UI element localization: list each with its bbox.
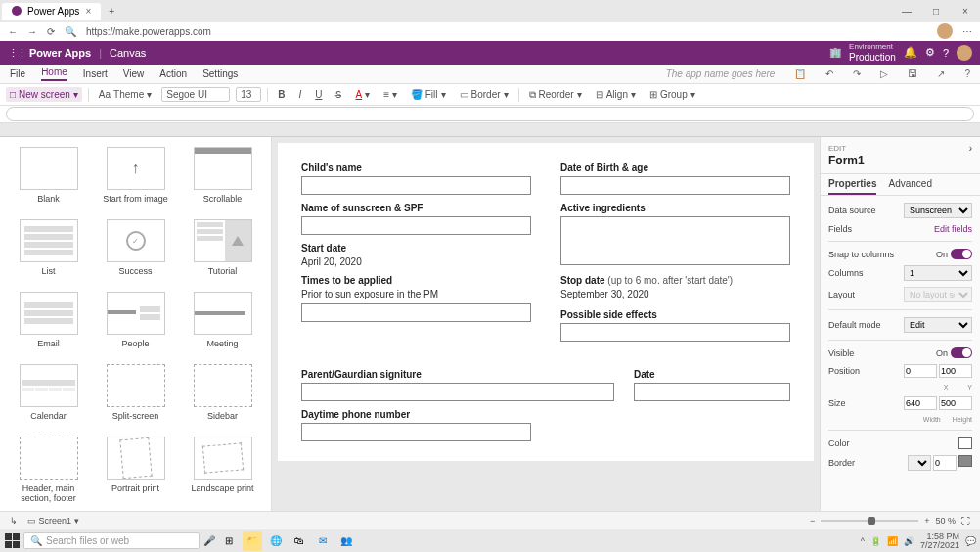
battery-icon[interactable]: 🔋 [870, 536, 881, 546]
form-canvas[interactable]: Child's name Date of Birth & age Name of… [278, 143, 814, 461]
back-icon[interactable]: ← [8, 26, 18, 37]
gallery-item-email[interactable]: Email [6, 288, 91, 358]
props-expand-icon[interactable]: › [969, 143, 972, 154]
redo-icon[interactable]: ↷ [853, 69, 861, 79]
gallery-item-tutorial[interactable]: Tutorial [180, 215, 265, 286]
browser-tab[interactable]: Power Apps × [2, 3, 101, 20]
input-sunscreen[interactable] [301, 216, 531, 235]
gallery-item-list[interactable]: List [6, 215, 91, 286]
minimize-button[interactable]: — [892, 6, 921, 17]
height-input[interactable] [939, 396, 972, 410]
menu-home[interactable]: Home [41, 67, 67, 81]
zoom-in-button[interactable]: + [924, 516, 929, 526]
fill-button[interactable]: 🪣 Fill ▾ [407, 87, 450, 102]
clock-date[interactable]: 7/27/2021 [920, 541, 959, 550]
app-name-field[interactable]: The app name goes here [666, 69, 776, 79]
settings-icon[interactable]: ⚙ [925, 46, 935, 59]
theme-button[interactable]: Aa Theme ▾ [95, 87, 156, 102]
align-text-button[interactable]: ≡ ▾ [379, 87, 401, 102]
mic-icon[interactable]: 🎤 [203, 535, 215, 546]
app-launcher-icon[interactable]: ⋮⋮⋮ [8, 47, 22, 60]
gallery-item-portrait[interactable]: Portrait print [93, 433, 178, 513]
task-view-icon[interactable]: ⊞ [219, 531, 239, 551]
width-input[interactable] [904, 396, 937, 410]
canvas-area[interactable]: Child's name Date of Birth & age Name of… [272, 137, 820, 519]
menu-settings[interactable]: Settings [202, 69, 238, 79]
notifications-icon[interactable]: 🔔 [904, 46, 917, 59]
input-ingredients[interactable] [560, 216, 790, 265]
close-button[interactable]: × [951, 6, 980, 17]
visible-toggle[interactable] [951, 347, 972, 358]
gallery-item-hmf[interactable]: Header, main section, footer [6, 433, 91, 513]
tree-icon[interactable]: ↳ [10, 516, 18, 526]
strike-button[interactable]: S̶ [332, 87, 345, 102]
zoom-slider[interactable] [821, 520, 918, 522]
font-color-button[interactable]: A ▾ [351, 87, 374, 102]
volume-icon[interactable]: 🔊 [904, 536, 914, 546]
user-avatar[interactable] [957, 45, 972, 61]
help-icon[interactable]: ? [943, 47, 949, 59]
explorer-icon[interactable]: 📁 [243, 531, 262, 551]
snap-toggle[interactable] [951, 249, 972, 259]
wifi-icon[interactable]: 📶 [887, 536, 898, 546]
new-tab-button[interactable]: + [109, 6, 114, 17]
reorder-button[interactable]: ⧉ Reorder ▾ [525, 87, 586, 103]
font-select[interactable]: Segoe UI [161, 87, 230, 102]
tab-close-icon[interactable]: × [85, 6, 91, 17]
teams-icon[interactable]: 👥 [336, 531, 356, 551]
prop-layout-select[interactable]: No layout selected [904, 287, 972, 302]
profile-avatar[interactable] [937, 23, 953, 39]
new-screen-button[interactable]: □ New screen ▾ [6, 87, 82, 102]
input-side-effects[interactable] [560, 323, 790, 342]
prop-data-source-select[interactable]: Sunscreen [904, 203, 972, 218]
bold-button[interactable]: B [274, 87, 289, 102]
screen-indicator[interactable]: ▭ Screen1 ▾ [27, 516, 79, 526]
edit-fields-link[interactable]: Edit fields [934, 224, 972, 234]
pos-x-input[interactable] [904, 364, 937, 378]
publish-icon[interactable]: ↗ [937, 69, 945, 79]
input-phone[interactable] [301, 423, 531, 441]
notifications-tray-icon[interactable]: 💬 [965, 536, 976, 546]
group-button[interactable]: ⊞ Group ▾ [646, 87, 699, 102]
gallery-item-arrow[interactable]: ↑Start from image [93, 143, 178, 213]
border-button[interactable]: ▭ Border ▾ [456, 87, 512, 102]
align-button[interactable]: ⊟ Align ▾ [592, 87, 640, 102]
refresh-icon[interactable]: ⟳ [47, 26, 55, 37]
zoom-out-button[interactable]: − [810, 516, 815, 526]
gallery-item-calendar[interactable]: Calendar [6, 360, 91, 431]
color-swatch[interactable] [958, 437, 972, 449]
store-icon[interactable]: 🛍 [290, 531, 309, 551]
italic-button[interactable]: I [294, 87, 305, 102]
tab-advanced[interactable]: Advanced [888, 174, 931, 195]
menu-action[interactable]: Action [159, 69, 187, 79]
gallery-item-split[interactable]: Split-screen [93, 360, 178, 431]
formula-bar[interactable] [6, 107, 974, 121]
border-width-input[interactable] [933, 455, 957, 471]
menu-view[interactable]: View [123, 69, 145, 79]
tab-properties[interactable]: Properties [828, 174, 876, 195]
menu-insert[interactable]: Insert [83, 69, 108, 79]
play-icon[interactable]: ▷ [880, 69, 888, 79]
pos-y-input[interactable] [939, 364, 972, 378]
gallery-item-scroll[interactable]: Scrollable [180, 143, 265, 213]
input-child-name[interactable] [301, 176, 531, 195]
underline-button[interactable]: U [311, 87, 326, 102]
taskbar-search[interactable]: 🔍 Search files or web [23, 532, 200, 549]
share-icon[interactable]: 📋 [794, 69, 806, 79]
help-icon-2[interactable]: ? [964, 69, 970, 79]
edge-icon[interactable]: 🌐 [266, 531, 286, 551]
environment-picker[interactable]: Environment Production [849, 43, 896, 63]
input-date[interactable] [634, 383, 790, 401]
forward-icon[interactable]: → [27, 26, 37, 37]
border-style-select[interactable]: — [908, 455, 931, 471]
font-size-select[interactable]: 13 [236, 87, 261, 102]
prop-default-mode-select[interactable]: Edit [904, 317, 972, 333]
address-bar[interactable]: https://make.powerapps.com [86, 26, 927, 37]
menu-file[interactable]: File [10, 69, 25, 79]
gallery-item-meeting[interactable]: Meeting [180, 288, 265, 358]
input-signature[interactable] [301, 383, 614, 401]
input-dob[interactable] [560, 176, 790, 195]
start-button[interactable] [4, 533, 20, 549]
gallery-item-sidebar[interactable]: Sidebar [180, 360, 265, 431]
save-icon[interactable]: 🖫 [908, 69, 917, 79]
